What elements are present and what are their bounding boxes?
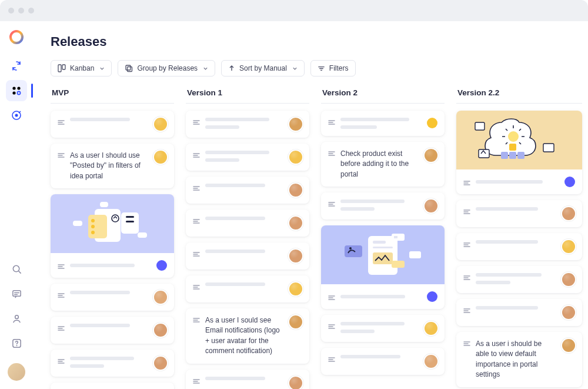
assignee-avatar <box>154 151 167 164</box>
kanban-card[interactable] <box>186 210 309 237</box>
kanban-card[interactable] <box>51 111 174 138</box>
status-dot <box>156 260 167 271</box>
card-title: As a user i should be able to view defau… <box>476 339 553 380</box>
group-by-select[interactable]: Group by Releases <box>118 60 215 77</box>
kanban-card[interactable] <box>456 111 582 194</box>
kanban-card[interactable] <box>186 370 309 389</box>
nav-modules-icon[interactable] <box>6 80 27 101</box>
nav-search-icon[interactable] <box>6 258 27 280</box>
svg-rect-39 <box>475 122 485 130</box>
card-placeholder <box>205 184 280 187</box>
card-placeholder <box>340 322 416 333</box>
svg-point-0 <box>11 31 22 43</box>
svg-point-7 <box>13 265 19 271</box>
kanban-card[interactable] <box>51 194 174 278</box>
view-select[interactable]: Kanban <box>51 60 112 77</box>
filters-button[interactable]: Filters <box>310 60 356 77</box>
svg-rect-44 <box>509 144 516 151</box>
kanban-card[interactable] <box>456 200 582 227</box>
kanban-card[interactable]: As a user I sould see Email notification… <box>186 308 309 364</box>
svg-point-2 <box>17 87 20 89</box>
card-placeholder <box>70 324 145 327</box>
assignee-avatar <box>289 151 302 164</box>
page-title: Releases <box>51 34 574 49</box>
svg-rect-22 <box>126 216 134 218</box>
drag-handle-icon <box>193 185 200 191</box>
sort-by-select[interactable]: Sort by Manual <box>221 60 305 77</box>
kanban-card[interactable] <box>456 299 582 326</box>
kanban-card[interactable] <box>51 317 174 344</box>
kanban-board: MVP As a user I should use "Posted by" i… <box>51 87 574 389</box>
kanban-card[interactable]: As a user I should use "Posted by" in fi… <box>51 144 174 188</box>
kanban-card[interactable] <box>321 225 445 309</box>
kanban-card[interactable]: As a user i should be able to view defau… <box>456 332 582 387</box>
kanban-card[interactable] <box>321 192 445 220</box>
card-placeholder <box>70 291 145 294</box>
kanban-column: Version 1 As a user I sould see Email no… <box>186 87 309 389</box>
drag-handle-icon <box>463 275 470 281</box>
chevron-down-icon <box>292 66 298 71</box>
kanban-card[interactable] <box>456 233 582 260</box>
kanban-column: MVP As a user I should use "Posted by" i… <box>51 87 174 389</box>
kanban-card[interactable] <box>321 315 445 342</box>
drag-handle-icon <box>58 152 65 158</box>
kanban-card[interactable] <box>321 111 445 136</box>
card-illustration <box>456 111 582 169</box>
kanban-card[interactable] <box>186 111 309 138</box>
nav-target-icon[interactable] <box>6 105 27 126</box>
column-title: Version 2.2 <box>456 87 582 104</box>
column-title: Version 2 <box>321 87 445 104</box>
assignee-avatar <box>154 324 167 337</box>
assignee-avatar <box>425 149 437 162</box>
stack-icon <box>125 64 133 72</box>
svg-point-11 <box>16 345 17 346</box>
drag-handle-icon <box>193 152 200 158</box>
status-dot <box>427 291 437 302</box>
kanban-card[interactable] <box>321 348 445 375</box>
kanban-card[interactable] <box>186 275 309 302</box>
app-logo <box>9 29 24 45</box>
svg-rect-18 <box>121 212 139 234</box>
card-placeholder <box>205 118 280 129</box>
drag-handle-icon <box>328 357 335 363</box>
card-title: As a user I should use "Posted by" in fi… <box>70 151 145 181</box>
svg-rect-13 <box>62 65 65 69</box>
window-dot <box>8 8 14 14</box>
assignee-avatar <box>562 339 575 352</box>
kanban-icon <box>58 64 66 72</box>
kanban-card[interactable] <box>186 177 309 204</box>
modules-icon <box>11 85 22 97</box>
nav-refresh-icon[interactable] <box>6 55 27 77</box>
current-user-avatar[interactable] <box>8 363 25 381</box>
drag-handle-icon <box>58 325 65 331</box>
svg-rect-42 <box>501 152 508 159</box>
drag-handle-icon <box>193 317 200 323</box>
drag-handle-icon <box>328 324 335 330</box>
kanban-card[interactable] <box>51 350 174 377</box>
svg-point-9 <box>15 315 18 318</box>
kanban-card[interactable] <box>186 144 309 171</box>
column-title: MVP <box>51 87 174 104</box>
drag-handle-icon <box>463 308 470 314</box>
card-placeholder <box>205 282 280 286</box>
card-placeholder <box>340 118 422 129</box>
drag-handle-icon <box>193 284 200 290</box>
card-placeholder <box>476 207 553 211</box>
kanban-card[interactable] <box>186 242 309 270</box>
svg-point-1 <box>12 87 15 89</box>
nav-help-icon[interactable] <box>6 333 27 354</box>
nav-user-icon[interactable] <box>6 308 27 329</box>
toolbar: Kanban Group by Releases Sort by Manual … <box>51 60 574 77</box>
svg-rect-32 <box>392 234 405 241</box>
kanban-card[interactable] <box>51 383 174 389</box>
card-placeholder <box>340 355 416 358</box>
nav-comment-icon[interactable] <box>6 283 27 304</box>
chevron-down-icon <box>99 66 105 71</box>
drag-handle-icon <box>328 201 335 207</box>
kanban-card[interactable] <box>456 266 582 293</box>
kanban-card[interactable]: Check product exist before adding it to … <box>321 142 445 187</box>
kanban-card[interactable] <box>51 284 174 311</box>
drag-handle-icon <box>463 180 470 186</box>
assignee-avatar <box>289 217 302 230</box>
drag-handle-icon <box>58 292 65 298</box>
